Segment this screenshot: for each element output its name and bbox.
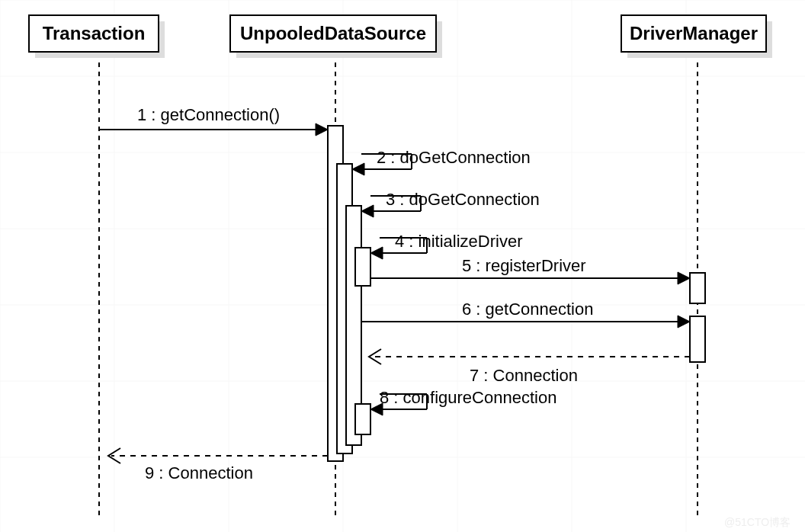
svg-marker-35 [678, 272, 690, 284]
msg-4-label: 4 : initializeDriver [395, 232, 523, 251]
msg-2: 2 : doGetConnection [352, 148, 531, 175]
msg-5: 5 : registerDriver [370, 256, 690, 284]
sequence-diagram: Transaction UnpooledDataSource DriverMan… [0, 0, 805, 532]
participant-unpooled-label: UnpooledDataSource [240, 23, 426, 43]
activation-dm-2 [690, 316, 705, 362]
activation-unpooled-5 [355, 404, 370, 434]
msg-7: 7 : Connection [369, 349, 690, 385]
svg-marker-25 [352, 163, 364, 175]
msg-8: 8 : configureConnection [370, 388, 556, 415]
msg-9-label: 9 : Connection [145, 463, 253, 482]
svg-marker-29 [361, 205, 374, 217]
participant-drivermanager: DriverManager [621, 15, 772, 58]
msg-9: 9 : Connection [108, 448, 328, 482]
svg-marker-33 [370, 247, 383, 259]
watermark: @51CTO博客 [724, 516, 791, 528]
msg-6: 6 : getConnection [361, 300, 690, 328]
svg-marker-21 [316, 123, 328, 136]
participant-transaction: Transaction [29, 15, 165, 58]
participant-transaction-label: Transaction [43, 23, 146, 43]
svg-marker-37 [678, 316, 690, 328]
msg-4: 4 : initializeDriver [370, 232, 523, 259]
msg-3: 3 : doGetConnection [361, 190, 540, 217]
activation-unpooled-4 [355, 248, 370, 286]
msg-7-label: 7 : Connection [470, 366, 578, 385]
participant-drivermanager-label: DriverManager [630, 23, 758, 43]
msg-8-label: 8 : configureConnection [380, 388, 556, 407]
msg-2-label: 2 : doGetConnection [377, 148, 531, 167]
background-grid [0, 0, 805, 532]
participant-unpooled: UnpooledDataSource [230, 15, 442, 58]
activation-dm-1 [690, 273, 705, 303]
msg-5-label: 5 : registerDriver [462, 256, 586, 275]
msg-1-label: 1 : getConnection() [137, 105, 280, 124]
msg-3-label: 3 : doGetConnection [386, 190, 540, 209]
msg-1: 1 : getConnection() [99, 105, 328, 136]
msg-6-label: 6 : getConnection [462, 300, 593, 319]
